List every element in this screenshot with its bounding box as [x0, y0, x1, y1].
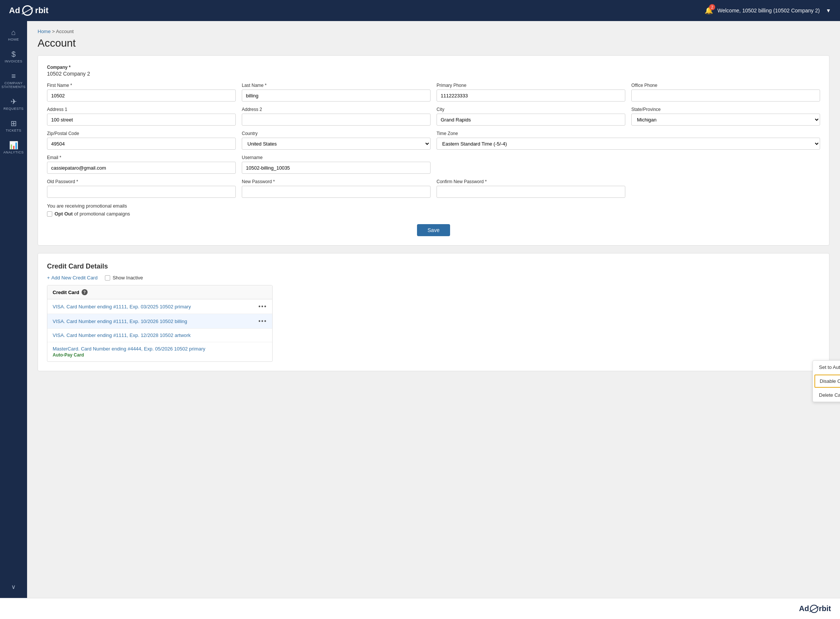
- opt-out-checkbox[interactable]: [47, 211, 52, 217]
- sidebar-item-home[interactable]: ⌂ HOME: [0, 24, 27, 46]
- zip-field: Zip/Postal Code: [47, 131, 236, 150]
- sidebar-collapse[interactable]: ∨: [7, 579, 20, 595]
- country-label: Country: [242, 131, 431, 136]
- timezone-field: Time Zone Eastern Standard Time (-5/-4) …: [437, 131, 820, 150]
- page-title: Account: [38, 37, 829, 49]
- cc-link-card4[interactable]: MasterCard. Card Number ending #4444, Ex…: [53, 346, 205, 352]
- company-label: Company *: [47, 65, 820, 70]
- new-password-input[interactable]: [242, 186, 431, 198]
- zip-input[interactable]: [47, 138, 236, 150]
- cc-dropdown-menu: Set to Auto-Pay Disable Card Delete Card: [813, 360, 840, 402]
- address2-input[interactable]: [242, 114, 431, 126]
- sidebar-item-invoices[interactable]: $ INVOICES: [0, 46, 27, 68]
- cc-row-card1: VISA. Card Number ending #1111, Exp. 03/…: [47, 299, 272, 314]
- opt-out-bold: Opt Out of promotional campaigns: [55, 211, 130, 217]
- sidebar-label-home: HOME: [8, 38, 19, 41]
- breadcrumb-home[interactable]: Home: [38, 29, 51, 34]
- office-phone-input[interactable]: [631, 90, 820, 102]
- state-label: State/Province: [631, 107, 820, 112]
- city-label: City: [437, 107, 625, 112]
- cc-link-card1[interactable]: VISA. Card Number ending #1111, Exp. 03/…: [53, 304, 191, 310]
- sidebar-label-analytics: ANALYTICS: [3, 150, 24, 154]
- placeholder3: [631, 179, 820, 198]
- confirm-password-input[interactable]: [437, 186, 625, 198]
- city-input[interactable]: [437, 114, 625, 126]
- state-select[interactable]: Michigan California New York Texas: [631, 114, 820, 126]
- cc-link-card2[interactable]: VISA. Card Number ending #1111, Exp. 10/…: [53, 319, 187, 324]
- notification-bell[interactable]: 🔔 2: [705, 6, 713, 15]
- last-name-input[interactable]: [242, 90, 431, 102]
- cc-card4-content: MasterCard. Card Number ending #4444, Ex…: [53, 346, 205, 358]
- sidebar-item-analytics[interactable]: 📊 ANALYTICS: [0, 137, 27, 159]
- welcome-text: Welcome, 10502 billing (10502 Company 2): [717, 8, 820, 14]
- home-icon: ⌂: [11, 29, 16, 36]
- first-name-field: First Name *: [47, 83, 236, 102]
- logo-text-before: Ad: [9, 6, 20, 15]
- address1-input[interactable]: [47, 114, 236, 126]
- city-field: City: [437, 107, 625, 126]
- cc-dots-card2[interactable]: •••: [258, 318, 267, 325]
- sidebar: ⌂ HOME $ INVOICES ≡ COMPANY STATEMENTS ✈…: [0, 21, 27, 598]
- placeholder2: [631, 155, 820, 174]
- email-field: Email *: [47, 155, 236, 174]
- username-input[interactable]: [242, 162, 431, 174]
- cc-table-header: Credit Card ?: [47, 285, 272, 299]
- show-inactive-checkbox[interactable]: [105, 275, 110, 281]
- timezone-label: Time Zone: [437, 131, 820, 136]
- statements-icon: ≡: [11, 72, 16, 80]
- cc-actions: + Add New Credit Card Show Inactive: [47, 275, 820, 281]
- promo-text: You are receiving promotional emails: [47, 203, 820, 209]
- email-input[interactable]: [47, 162, 236, 174]
- cc-link-card3[interactable]: VISA. Card Number ending #1111, Exp. 12/…: [53, 332, 191, 338]
- address2-field: Address 2: [242, 107, 431, 126]
- add-card-label: Add New Credit Card: [52, 275, 98, 281]
- tickets-icon: ⊞: [11, 120, 17, 127]
- header: Ad rbit 🔔 2 Welcome, 10502 billing (1050…: [0, 0, 840, 21]
- office-phone-label: Office Phone: [631, 83, 820, 88]
- dropdown-delete-card[interactable]: Delete Card: [813, 388, 840, 402]
- footer-logo-after: rbit: [819, 604, 831, 613]
- logo-text-after: rbit: [35, 6, 48, 15]
- primary-phone-input[interactable]: [437, 90, 625, 102]
- confirm-password-label: Confirm New Password *: [437, 179, 625, 184]
- breadcrumb-separator: >: [52, 29, 55, 34]
- confirm-password-field: Confirm New Password *: [437, 179, 625, 198]
- last-name-field: Last Name *: [242, 83, 431, 102]
- notification-badge: 2: [709, 4, 715, 10]
- timezone-select[interactable]: Eastern Standard Time (-5/-4) Central St…: [437, 138, 820, 150]
- form-row-5: Old Password * New Password * Confirm Ne…: [47, 179, 820, 198]
- breadcrumb-current: Account: [56, 29, 74, 34]
- sidebar-item-tickets[interactable]: ⊞ TICKETS: [0, 115, 27, 137]
- credit-card-card: Credit Card Details + Add New Credit Car…: [38, 253, 829, 371]
- sidebar-item-requests[interactable]: ✈ REQUESTS: [0, 93, 27, 115]
- sidebar-item-company-statements[interactable]: ≡ COMPANY STATEMENTS: [0, 68, 27, 93]
- address1-field: Address 1: [47, 107, 236, 126]
- address1-label: Address 1: [47, 107, 236, 112]
- dropdown-disable-card[interactable]: Disable Card: [814, 375, 840, 388]
- address2-label: Address 2: [242, 107, 431, 112]
- dropdown-set-autopay[interactable]: Set to Auto-Pay: [813, 361, 840, 374]
- cc-table-wrapper: Credit Card ? VISA. Card Number ending #…: [47, 285, 820, 362]
- help-icon[interactable]: ?: [82, 289, 88, 295]
- account-form-card: Company * 10502 Company 2 First Name * L…: [38, 55, 829, 246]
- sidebar-label-tickets: TICKETS: [6, 129, 21, 132]
- cc-dots-card1[interactable]: •••: [258, 303, 267, 310]
- old-password-input[interactable]: [47, 186, 236, 198]
- first-name-input[interactable]: [47, 90, 236, 102]
- state-field: State/Province Michigan California New Y…: [631, 107, 820, 126]
- add-credit-card-link[interactable]: + Add New Credit Card: [47, 275, 97, 281]
- save-button[interactable]: Save: [417, 224, 450, 236]
- main-content: Home > Account Account Company * 10502 C…: [27, 21, 840, 598]
- show-inactive-row: Show Inactive: [105, 275, 143, 281]
- country-select[interactable]: United States Canada United Kingdom: [242, 138, 431, 150]
- sidebar-label-statements: COMPANY STATEMENTS: [2, 81, 26, 89]
- new-password-label: New Password *: [242, 179, 431, 184]
- user-menu-dropdown[interactable]: ▼: [826, 8, 831, 14]
- cc-row-card4: MasterCard. Card Number ending #4444, Ex…: [47, 342, 272, 361]
- country-field: Country United States Canada United King…: [242, 131, 431, 150]
- last-name-label: Last Name *: [242, 83, 431, 88]
- first-name-label: First Name *: [47, 83, 236, 88]
- username-field: Username: [242, 155, 431, 174]
- old-password-label: Old Password *: [47, 179, 236, 184]
- form-row-2: Address 1 Address 2 City State/Province …: [47, 107, 820, 126]
